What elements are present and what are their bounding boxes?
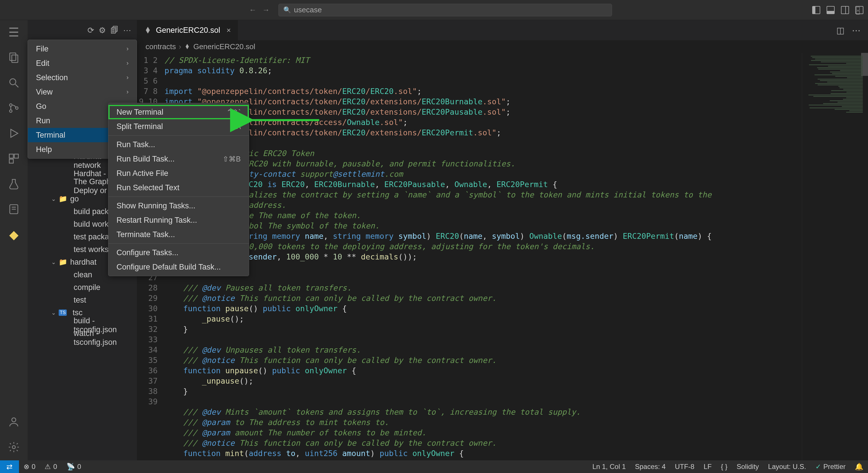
- svg-point-2: [10, 79, 16, 85]
- typescript-icon: TS: [59, 309, 67, 316]
- extensions-icon[interactable]: [6, 151, 21, 166]
- explorer-icon[interactable]: [6, 50, 21, 65]
- chevron-down-icon: ⌄: [51, 309, 59, 316]
- submenu-run-selected-text[interactable]: Run Selected Text: [108, 180, 249, 195]
- submenu-terminate-task[interactable]: Terminate Task...: [108, 227, 249, 242]
- testing-icon[interactable]: [6, 176, 21, 191]
- status-bracket-pair[interactable]: { }: [716, 463, 732, 471]
- menu-file[interactable]: File›: [28, 42, 136, 56]
- statusbar: ⇄ ⊗0 ⚠0 📡0 Ln 1, Col 1 Spaces: 4 UTF-8 L…: [0, 460, 868, 473]
- svg-point-13: [12, 418, 16, 422]
- chevron-right-icon: ›: [127, 88, 129, 96]
- command-center[interactable]: 🔍 usecase: [278, 4, 612, 16]
- chevron-right-icon: ›: [127, 74, 129, 81]
- menu-separator: [108, 135, 249, 136]
- submenu-show-running-tasks[interactable]: Show Running Tasks...: [108, 199, 249, 213]
- svg-line-3: [15, 84, 19, 87]
- ports-icon: 📡: [66, 463, 75, 471]
- solidity-file-icon: [184, 43, 190, 50]
- keyboard-shortcut: ⌘\: [231, 123, 241, 131]
- annotation-arrow: [245, 109, 325, 127]
- chevron-down-icon: ⌄: [51, 259, 59, 266]
- nav-back-icon[interactable]: ←: [249, 5, 256, 14]
- svg-point-5: [9, 110, 12, 112]
- status-encoding[interactable]: UTF-8: [670, 463, 699, 471]
- more-editor-actions-icon[interactable]: ⋯: [852, 25, 861, 35]
- menu-view[interactable]: View›: [28, 85, 136, 99]
- status-indentation[interactable]: Spaces: 4: [630, 463, 671, 471]
- chevron-right-icon: ›: [127, 60, 129, 67]
- toggle-primary-sidebar-icon[interactable]: [812, 6, 820, 14]
- breadcrumb[interactable]: contracts › GenericERC20.sol: [137, 40, 868, 53]
- history-icon[interactable]: 🗐: [111, 26, 119, 35]
- submenu-new-terminal[interactable]: New Terminal⌃⇧`: [108, 105, 249, 119]
- remote-indicator[interactable]: ⇄: [0, 460, 19, 473]
- task-manager-icon[interactable]: [6, 202, 21, 217]
- submenu-split-terminal[interactable]: Split Terminal⌘\: [108, 119, 249, 134]
- submenu-restart-running-task[interactable]: Restart Running Task...: [108, 213, 249, 227]
- keyboard-shortcut: ⇧⌘B: [223, 155, 241, 163]
- chevron-right-icon: ›: [127, 45, 129, 53]
- toggle-panel-icon[interactable]: [827, 6, 835, 14]
- status-ports[interactable]: 📡0: [62, 463, 86, 471]
- check-icon: ✓: [815, 463, 821, 471]
- status-errors[interactable]: ⊗0: [19, 463, 40, 471]
- svg-point-4: [9, 104, 12, 106]
- submenu-run-task[interactable]: Run Task...: [108, 137, 249, 152]
- tab-label: GenericERC20.sol: [156, 26, 220, 35]
- status-cursor-position[interactable]: Ln 1, Col 1: [588, 463, 630, 471]
- menu-separator: [108, 243, 249, 244]
- settings-gear-icon[interactable]: [6, 440, 21, 454]
- submenu-run-active-file[interactable]: Run Active File: [108, 166, 249, 180]
- menu-selection[interactable]: Selection›: [28, 70, 136, 85]
- folder-icon: 📁: [59, 195, 67, 203]
- editor-tab[interactable]: GenericERC20.sol ×: [137, 20, 238, 40]
- menu-icon[interactable]: ☰: [6, 25, 21, 40]
- status-notifications-icon[interactable]: 🔔: [850, 463, 868, 471]
- solidity-file-icon: [144, 26, 152, 34]
- submenu-configure-default-build-task[interactable]: Configure Default Build Task...: [108, 260, 249, 274]
- run-debug-icon[interactable]: [6, 126, 21, 141]
- status-keyboard-layout[interactable]: Layout: U.S.: [764, 463, 811, 471]
- folder-icon: 📁: [59, 258, 67, 266]
- submenu-run-build-task[interactable]: Run Build Task...⇧⌘B: [108, 152, 249, 166]
- breadcrumb-segment[interactable]: GenericERC20.sol: [193, 42, 255, 51]
- refresh-icon[interactable]: ⟳: [87, 26, 94, 35]
- keyboard-shortcut: ⌃⇧`: [226, 108, 241, 116]
- command-center-text: usecase: [294, 5, 322, 14]
- customize-layout-icon[interactable]: [855, 6, 863, 14]
- chevron-right-icon: ›: [179, 42, 182, 51]
- titlebar: ← → 🔍 usecase: [0, 0, 868, 20]
- status-eol[interactable]: LF: [699, 463, 716, 471]
- svg-rect-7: [9, 154, 13, 158]
- run-task-icon[interactable]: ⚙: [99, 26, 106, 35]
- status-language[interactable]: Solidity: [732, 463, 763, 471]
- close-tab-icon[interactable]: ×: [227, 26, 231, 35]
- toggle-secondary-sidebar-icon[interactable]: [841, 6, 849, 14]
- menu-edit[interactable]: Edit›: [28, 56, 136, 70]
- submenu-configure-tasks[interactable]: Configure Tasks...: [108, 245, 249, 260]
- sidebar-header: ⟳ ⚙ 🗐 ⋯: [28, 20, 137, 40]
- svg-rect-9: [9, 159, 13, 163]
- status-prettier[interactable]: ✓Prettier: [811, 463, 850, 471]
- diamond-icon[interactable]: ◆: [6, 227, 21, 242]
- source-control-icon[interactable]: [6, 101, 21, 115]
- terminal-submenu: New Terminal⌃⇧` Split Terminal⌘\ Run Tas…: [108, 103, 249, 276]
- task-item[interactable]: watch - tsconfig.json: [28, 332, 137, 344]
- svg-rect-0: [10, 53, 16, 60]
- accounts-icon[interactable]: [6, 414, 21, 429]
- minimap[interactable]: [802, 53, 868, 460]
- status-warnings[interactable]: ⚠0: [40, 463, 62, 471]
- breadcrumb-segment[interactable]: contracts: [146, 42, 176, 51]
- task-item[interactable]: compile: [28, 281, 137, 294]
- task-item[interactable]: test: [28, 294, 137, 306]
- svg-rect-1: [12, 55, 18, 62]
- search-activity-icon[interactable]: [6, 75, 21, 90]
- more-actions-icon[interactable]: ⋯: [123, 26, 131, 35]
- svg-point-14: [12, 446, 16, 449]
- search-icon: 🔍: [283, 6, 291, 14]
- split-editor-icon[interactable]: ◫: [836, 25, 844, 35]
- menu-separator: [108, 197, 249, 197]
- warning-icon: ⚠: [44, 463, 51, 471]
- nav-forward-icon[interactable]: →: [262, 5, 270, 14]
